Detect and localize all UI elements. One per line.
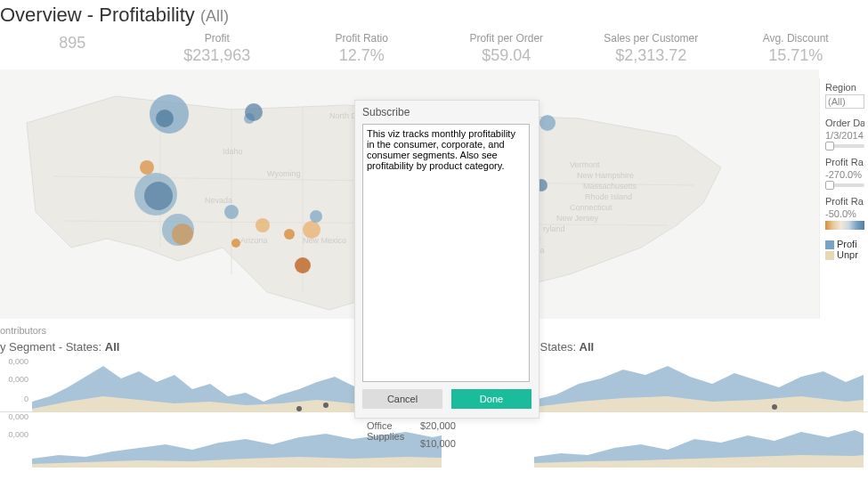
cancel-button[interactable]: Cancel (362, 389, 442, 409)
dashboard: Overview - Profitability (All) 895 Profi… (0, 0, 868, 488)
subscribe-modal: Subscribe Cancel Done (354, 100, 539, 419)
done-button[interactable]: Done (451, 389, 531, 409)
modal-title: Subscribe (355, 101, 539, 124)
modal-buttons: Cancel Done (355, 389, 539, 418)
subscribe-textarea[interactable] (362, 124, 530, 382)
